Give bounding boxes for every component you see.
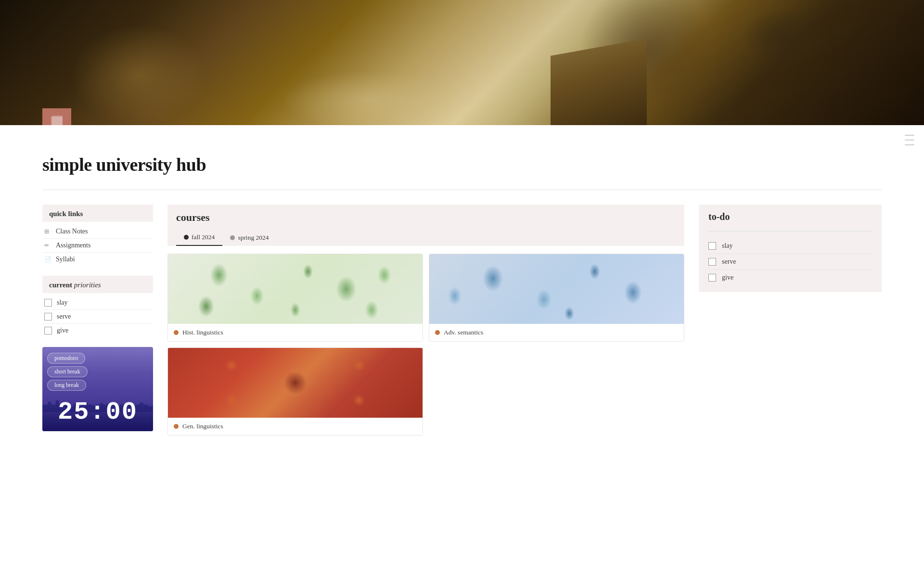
priority-label-give: give (57, 327, 68, 334)
priorities-header: current priorities (42, 276, 153, 293)
sidebar-controls (905, 135, 914, 145)
spring-tab-dot (230, 235, 235, 240)
pomodoro-widget: pomodoro short break long break 25:00 (42, 347, 153, 431)
hist-linguistics-image (168, 254, 423, 324)
todo-label-give: give (722, 274, 733, 282)
hist-linguistics-label: Hist. linguistics (168, 324, 423, 341)
todo-checkbox-give[interactable] (708, 274, 716, 282)
priority-checkbox-slay[interactable] (44, 299, 52, 307)
spring-tab-label: spring 2024 (238, 234, 269, 242)
left-column: quick links ⊞ Class Notes ✏ Assignments … (42, 205, 153, 431)
adv-semantics-label: Adv. semantics (429, 324, 684, 341)
assignments-icon: ✏ (44, 242, 52, 249)
tab-spring-2024[interactable]: spring 2024 (222, 230, 276, 245)
header-overlay (0, 0, 924, 125)
class-notes-icon: ⊞ (44, 228, 52, 235)
courses-title: courses (176, 211, 676, 224)
course-card-gen-linguistics[interactable]: Gen. linguistics (167, 347, 423, 436)
todo-item-serve[interactable]: serve (708, 254, 872, 270)
control-line-1 (905, 135, 914, 136)
sidebar-item-syllabi[interactable]: 📄 Syllabi (42, 253, 153, 266)
page-divider (42, 190, 882, 190)
adv-semantics-image (429, 254, 684, 324)
fall-tab-label: fall 2024 (192, 233, 215, 241)
todo-section: to-do slay serve give (699, 205, 882, 292)
syllabi-icon: 📄 (44, 256, 52, 263)
quick-links-header: quick links (42, 205, 153, 222)
fall-tab-dot (184, 235, 189, 240)
sidebar-item-class-notes[interactable]: ⊞ Class Notes (42, 225, 153, 239)
main-content: simple university hub quick links ⊞ Clas… (0, 125, 924, 462)
priority-label-serve: serve (57, 313, 71, 321)
hist-linguistics-dot (174, 330, 179, 335)
short-break-button[interactable]: short break (47, 366, 88, 377)
course-card-hist-linguistics[interactable]: Hist. linguistics (167, 254, 423, 342)
class-notes-label: Class Notes (56, 228, 88, 235)
todo-item-give[interactable]: give (708, 270, 872, 285)
todo-title: to-do (708, 211, 872, 222)
todo-checkbox-slay[interactable] (708, 242, 716, 250)
courses-grid: Hist. linguistics Adv. semantics (167, 254, 684, 436)
todo-label-slay: slay (722, 242, 733, 250)
syllabi-label: Syllabi (56, 256, 75, 263)
gen-linguistics-label: Gen. linguistics (168, 418, 423, 435)
content-layout: quick links ⊞ Class Notes ✏ Assignments … (42, 205, 882, 443)
todo-item-slay[interactable]: slay (708, 238, 872, 254)
gen-linguistics-name: Gen. linguistics (182, 423, 223, 430)
adv-semantics-name: Adv. semantics (444, 329, 483, 336)
priorities-group: current priorities slay serve give (42, 276, 153, 337)
todo-divider (708, 231, 872, 231)
quick-links-group: quick links ⊞ Class Notes ✏ Assignments … (42, 205, 153, 266)
assignments-label: Assignments (56, 242, 90, 249)
gen-linguistics-image (168, 348, 423, 418)
pomodoro-button[interactable]: pomodoro (47, 353, 85, 364)
priority-item-serve[interactable]: serve (42, 310, 153, 324)
course-card-adv-semantics[interactable]: Adv. semantics (429, 254, 684, 342)
pomodoro-timer: 25:00 (42, 398, 153, 426)
control-line-2 (905, 140, 914, 141)
todo-label-serve: serve (722, 258, 736, 266)
sidebar-item-assignments[interactable]: ✏ Assignments (42, 239, 153, 253)
todo-column: to-do slay serve give (699, 205, 882, 292)
gen-linguistics-dot (174, 424, 179, 429)
tab-fall-2024[interactable]: fall 2024 (176, 230, 222, 246)
control-line-3 (905, 144, 914, 145)
todo-checkbox-serve[interactable] (708, 258, 716, 266)
svg-rect-1 (52, 115, 63, 126)
long-break-button[interactable]: long break (47, 380, 86, 391)
priorities-title: current priorities (49, 281, 101, 289)
priority-checkbox-give[interactable] (44, 327, 52, 334)
priority-item-give[interactable]: give (42, 324, 153, 337)
courses-body: Hist. linguistics Adv. semantics (167, 246, 684, 443)
priority-checkbox-serve[interactable] (44, 313, 52, 321)
page-icon (42, 108, 71, 125)
quick-links-title: quick links (49, 210, 83, 218)
courses-column: courses fall 2024 spring 2024 (167, 205, 684, 443)
priority-item-slay[interactable]: slay (42, 296, 153, 310)
courses-header: courses fall 2024 spring 2024 (167, 205, 684, 246)
page-title: simple university hub (42, 154, 882, 175)
hist-linguistics-name: Hist. linguistics (182, 329, 223, 336)
priority-label-slay: slay (57, 299, 68, 307)
header-banner (0, 0, 924, 125)
adv-semantics-dot (435, 330, 440, 335)
pomodoro-buttons: pomodoro short break long break (42, 347, 153, 395)
courses-tabs: fall 2024 spring 2024 (176, 230, 676, 246)
